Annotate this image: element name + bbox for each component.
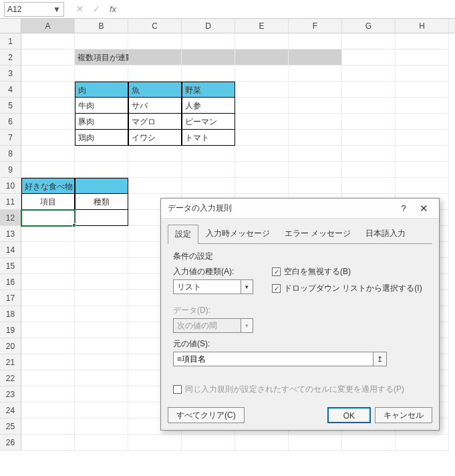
cell[interactable] xyxy=(289,98,342,114)
cell[interactable] xyxy=(21,322,75,338)
cell[interactable]: イワシ xyxy=(128,130,182,146)
cell[interactable] xyxy=(21,226,75,242)
cell[interactable] xyxy=(21,33,75,49)
cell[interactable] xyxy=(21,258,75,274)
clear-all-button[interactable]: すべてクリア(C) xyxy=(168,407,245,423)
column-header[interactable]: C xyxy=(128,19,182,33)
cell[interactable] xyxy=(75,146,128,162)
cell[interactable] xyxy=(128,162,182,178)
cell[interactable] xyxy=(182,435,235,451)
row-header[interactable]: 11 xyxy=(0,194,21,210)
range-select-icon[interactable]: ↥ xyxy=(373,352,386,366)
cell[interactable] xyxy=(128,33,182,49)
cell[interactable] xyxy=(396,114,449,130)
row-header[interactable]: 12 xyxy=(0,210,21,226)
cell[interactable] xyxy=(235,146,289,162)
cell[interactable]: 肉 xyxy=(75,82,128,98)
cell[interactable] xyxy=(75,338,128,354)
row-header[interactable]: 13 xyxy=(0,226,21,242)
cell[interactable] xyxy=(21,306,75,322)
row-header[interactable]: 14 xyxy=(0,242,21,258)
cell[interactable] xyxy=(128,178,182,194)
row-header[interactable]: 25 xyxy=(0,419,21,435)
cell[interactable] xyxy=(182,66,235,82)
cell[interactable] xyxy=(75,386,128,402)
cell[interactable] xyxy=(128,49,182,66)
row-header[interactable]: 26 xyxy=(0,435,21,451)
cell[interactable] xyxy=(396,178,449,194)
cell[interactable] xyxy=(182,178,235,194)
cell[interactable]: 複数項目が連動するプルダウンメニューを作成する方法1 xyxy=(75,49,128,66)
cell[interactable] xyxy=(396,130,449,146)
row-header[interactable]: 10 xyxy=(0,178,21,194)
cell[interactable] xyxy=(75,162,128,178)
column-header[interactable]: B xyxy=(75,19,128,33)
cell[interactable] xyxy=(75,33,128,49)
cell[interactable] xyxy=(21,66,75,82)
cell[interactable] xyxy=(396,82,449,98)
row-header[interactable]: 20 xyxy=(0,338,21,354)
chevron-down-icon[interactable]: ▾ xyxy=(241,280,253,293)
cell[interactable] xyxy=(75,322,128,338)
allow-select[interactable]: リスト ▾ xyxy=(173,279,253,294)
row-header[interactable]: 4 xyxy=(0,82,21,98)
cell[interactable] xyxy=(396,49,449,66)
cancel-button[interactable]: キャンセル xyxy=(375,407,432,423)
row-header[interactable]: 17 xyxy=(0,290,21,306)
cell[interactable] xyxy=(342,49,396,66)
cell[interactable] xyxy=(21,370,75,386)
cell[interactable] xyxy=(21,114,75,130)
cell[interactable] xyxy=(289,49,342,66)
cell[interactable] xyxy=(75,370,128,386)
in-cell-dropdown-checkbox[interactable]: ✓ ドロップダウン リストから選択する(I) xyxy=(272,283,422,294)
column-header[interactable]: D xyxy=(182,19,235,33)
cell[interactable] xyxy=(396,162,449,178)
cell[interactable] xyxy=(21,146,75,162)
tab-入力時メッセージ[interactable]: 入力時メッセージ xyxy=(198,224,277,243)
row-header[interactable]: 18 xyxy=(0,306,21,322)
cell[interactable] xyxy=(21,210,75,226)
cell[interactable] xyxy=(182,33,235,49)
select-all-corner[interactable] xyxy=(0,19,21,33)
row-header[interactable]: 5 xyxy=(0,98,21,114)
row-header[interactable]: 3 xyxy=(0,66,21,82)
cell[interactable] xyxy=(235,98,289,114)
cell[interactable] xyxy=(128,435,182,451)
cell[interactable] xyxy=(21,242,75,258)
row-header[interactable]: 15 xyxy=(0,258,21,274)
cell[interactable] xyxy=(75,178,128,194)
cell[interactable] xyxy=(289,82,342,98)
cell[interactable] xyxy=(75,242,128,258)
cell[interactable] xyxy=(342,66,396,82)
row-header[interactable]: 2 xyxy=(0,49,21,66)
cell[interactable] xyxy=(21,354,75,370)
cell[interactable] xyxy=(21,274,75,290)
cell[interactable] xyxy=(289,162,342,178)
cell[interactable] xyxy=(235,66,289,82)
cell[interactable] xyxy=(21,49,75,66)
cell[interactable] xyxy=(235,435,289,451)
cell[interactable] xyxy=(235,49,289,66)
cell[interactable] xyxy=(182,162,235,178)
cell[interactable] xyxy=(128,66,182,82)
fill-handle[interactable] xyxy=(72,223,76,227)
column-header[interactable]: H xyxy=(396,19,449,33)
cell[interactable] xyxy=(396,33,449,49)
row-header[interactable]: 7 xyxy=(0,130,21,146)
cell[interactable] xyxy=(75,66,128,82)
cell[interactable] xyxy=(396,98,449,114)
cell[interactable] xyxy=(342,146,396,162)
cell[interactable] xyxy=(342,98,396,114)
cell[interactable] xyxy=(75,402,128,419)
cell[interactable] xyxy=(342,114,396,130)
cell[interactable] xyxy=(342,130,396,146)
tab-エラー メッセージ[interactable]: エラー メッセージ xyxy=(277,224,358,243)
cell[interactable] xyxy=(21,386,75,402)
cell[interactable] xyxy=(289,146,342,162)
cell[interactable] xyxy=(289,178,342,194)
cell[interactable] xyxy=(342,178,396,194)
cell[interactable] xyxy=(289,130,342,146)
tab-設定[interactable]: 設定 xyxy=(168,225,198,244)
cell[interactable] xyxy=(182,49,235,66)
cell[interactable]: 野菜 xyxy=(182,82,235,98)
